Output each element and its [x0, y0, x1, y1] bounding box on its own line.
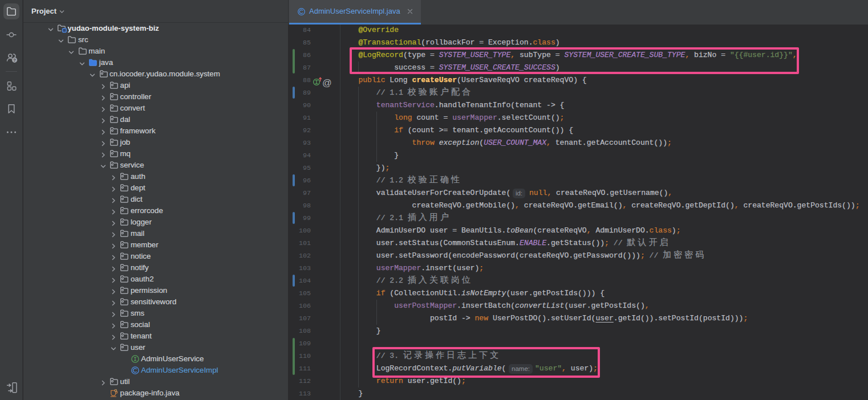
svg-text:@: @ [322, 77, 332, 88]
